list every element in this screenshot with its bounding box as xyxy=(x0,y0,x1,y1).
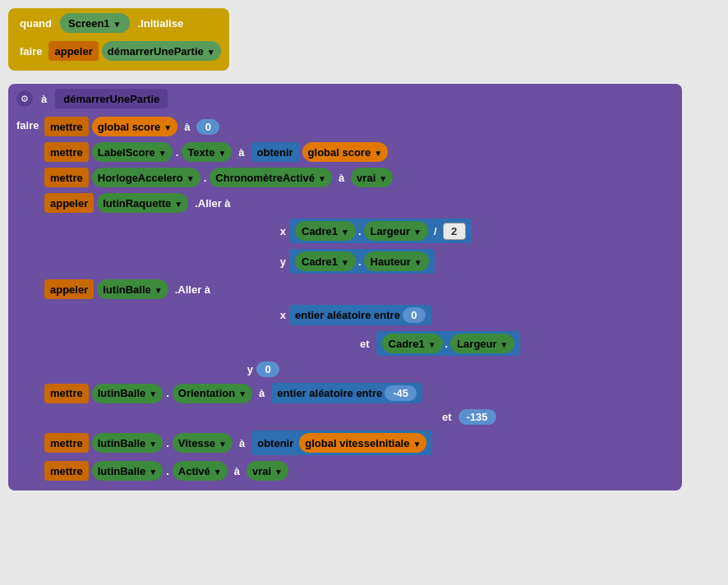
row-mettre-score: mettre global score à 0 xyxy=(44,117,520,136)
hauteur-dropdown[interactable]: Hauteur xyxy=(364,251,429,271)
global-vitesse-text: global vitesseInitiale xyxy=(305,437,409,449)
cadre1-1-text: Cadre1 xyxy=(302,225,338,237)
appeler-text-1: appeler xyxy=(54,45,92,58)
blocks-column: mettre global score à 0 mettre LabelScor… xyxy=(44,115,520,482)
demarrer-dropdown-1[interactable]: démarrerUnePartie xyxy=(102,41,221,61)
label-score-arrow xyxy=(159,146,167,159)
quand-label: quand xyxy=(16,16,55,31)
iutin-balle-2-dropdown[interactable]: IutinBalle xyxy=(92,384,163,403)
iutin-balle-4-dropdown[interactable]: IutinBalle xyxy=(92,461,163,481)
cadre1-1-arrow xyxy=(341,225,349,237)
vrai-1-arrow xyxy=(379,172,387,184)
active-dropdown[interactable]: Activé xyxy=(173,461,228,481)
screen1-dropdown[interactable]: Screen1 xyxy=(60,13,130,33)
texte-dropdown[interactable]: Texte xyxy=(182,142,232,162)
demarrer-name-text: démarrerUnePartie xyxy=(63,93,159,105)
div-sym: / xyxy=(431,223,440,239)
vitesse-text: Vitesse xyxy=(178,437,215,449)
obtenir-text-1: obtenir xyxy=(257,146,293,159)
neg135-val: -135 xyxy=(458,409,496,425)
appeler-3: appeler xyxy=(44,279,94,299)
orientation-dropdown[interactable]: Orientation xyxy=(173,384,252,403)
aller-label-1: .Aller à xyxy=(191,196,233,211)
hauteur-text: Hauteur xyxy=(371,256,411,268)
largeur-1-text: Largeur xyxy=(371,225,410,237)
global-score-2-arrow xyxy=(374,146,382,159)
a-sym-5: à xyxy=(236,435,248,451)
x-label-1: x xyxy=(274,225,286,237)
x-label-2: x xyxy=(274,309,286,321)
appeler-3-text: appeler xyxy=(50,283,88,296)
dot-5: . xyxy=(166,465,169,477)
entier-text-2: entier aléatoire entre xyxy=(277,387,382,399)
obtenir-block-1: obtenir xyxy=(251,142,299,162)
dot-c3: . xyxy=(445,338,449,350)
row-x-raquette: x Cadre1 . Largeur / 2 xyxy=(44,219,520,243)
demarrer-text-1: démarrerUnePartie xyxy=(108,45,204,58)
horloge-dropdown[interactable]: HorlogeAccelero xyxy=(92,168,200,187)
vrai-1[interactable]: vrai xyxy=(351,168,393,187)
global-score-2[interactable]: global score xyxy=(302,142,388,162)
mettre-2-text: mettre xyxy=(50,146,83,159)
label-score-dropdown[interactable]: LabelScore xyxy=(92,142,173,162)
horloge-text: HorlogeAccelero xyxy=(98,172,183,184)
mettre-4-text: mettre xyxy=(50,387,83,399)
row-appeler-balle: appeler IutinBalle .Aller à xyxy=(44,279,520,299)
mettre-2: mettre xyxy=(44,142,89,162)
initialise-label: .Initialise xyxy=(135,16,187,31)
zero-val-3: 0 xyxy=(256,362,279,377)
vrai-2-arrow xyxy=(274,465,283,477)
quando-faire-row: faire appeler démarrerUnePartie xyxy=(16,41,221,61)
row-et-balle: et Cadre1 . Largeur xyxy=(44,331,520,356)
row-mettre-labelscore: mettre LabelScore . Texte à obtenir glob… xyxy=(44,142,520,162)
global-score-1-arrow xyxy=(164,121,172,133)
dot-3: . xyxy=(166,387,169,399)
iutin-balle-3-arrow xyxy=(149,437,157,449)
row-y-raquette: y Cadre1 . Hauteur xyxy=(44,249,520,274)
zero-val-2: 0 xyxy=(403,307,426,323)
hauteur-arrow xyxy=(414,256,422,268)
iutin-raquette-arrow xyxy=(174,197,182,210)
mettre-1: mettre xyxy=(44,117,89,136)
vitesse-dropdown[interactable]: Vitesse xyxy=(173,433,233,453)
iutin-balle-2-text: IutinBalle xyxy=(98,387,146,399)
faire-col: faire xyxy=(16,115,41,131)
iutin-raquette-dropdown[interactable]: IutinRaquette xyxy=(97,193,188,213)
mettre-6: mettre xyxy=(44,461,89,481)
iutin-balle-3-dropdown[interactable]: IutinBalle xyxy=(92,433,163,453)
y-label-1: y xyxy=(274,256,286,268)
cadre1-2-text: Cadre1 xyxy=(302,256,338,268)
a-sym-6: à xyxy=(231,463,243,479)
active-arrow xyxy=(214,465,222,477)
largeur-2-dropdown[interactable]: Largeur xyxy=(450,334,514,353)
global-score-2-text: global score xyxy=(308,146,371,159)
demarrer-block: ⚙ à démarrerUnePartie faire mettre globa… xyxy=(8,84,682,491)
cadre1-2-dropdown[interactable]: Cadre1 xyxy=(295,251,356,271)
iutin-balle-3-text: IutinBalle xyxy=(98,437,146,449)
active-text: Activé xyxy=(178,465,210,477)
aller-label-2: .Aller à xyxy=(172,282,214,297)
global-score-1-text: global score xyxy=(98,121,161,133)
iutin-balle-dropdown[interactable]: IutinBalle xyxy=(97,279,168,299)
cadre1-3-text: Cadre1 xyxy=(389,338,425,350)
a-sym-4: à xyxy=(256,385,268,401)
global-vitesse-dropdown[interactable]: global vitesseInitiale xyxy=(299,433,426,453)
horloge-arrow xyxy=(187,172,195,184)
vitesse-arrow xyxy=(219,437,227,449)
chrono-dropdown[interactable]: ChronomètreActivé xyxy=(210,168,332,187)
row-x2-balle: x entier aléatoire entre 0 xyxy=(44,305,520,325)
cadre1-3-dropdown[interactable]: Cadre1 xyxy=(382,334,443,353)
chrono-text: ChronomètreActivé xyxy=(215,172,315,184)
entier-expr-1: entier aléatoire entre 0 xyxy=(289,305,431,325)
global-score-1[interactable]: global score xyxy=(92,117,177,136)
row-mettre-vitesse: mettre IutinBalle . Vitesse à obtenir gl… xyxy=(44,431,520,455)
cadre1-1-dropdown[interactable]: Cadre1 xyxy=(295,221,356,241)
et-label-1: et xyxy=(357,336,373,352)
row-mettre-horloge: mettre HorlogeAccelero . ChronomètreActi… xyxy=(44,168,520,187)
largeur-1-dropdown[interactable]: Largeur xyxy=(364,221,428,241)
et-label-2: et xyxy=(439,409,455,425)
largeur-2-text: Largeur xyxy=(457,338,496,350)
a-sym-2: à xyxy=(235,145,247,160)
vrai-2[interactable]: vrai xyxy=(247,461,288,481)
iutin-balle-2-arrow xyxy=(149,387,157,399)
